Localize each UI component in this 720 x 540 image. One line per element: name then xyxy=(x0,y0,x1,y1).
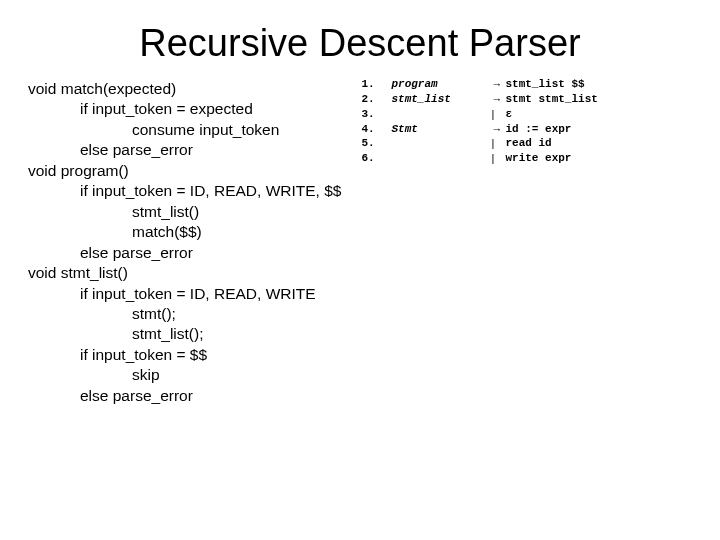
page-title: Recursive Descent Parser xyxy=(28,22,692,65)
arrow-icon: → xyxy=(491,122,505,137)
stmtlist-call1: stmt(); xyxy=(28,304,341,324)
stmtlist-call2: stmt_list(); xyxy=(28,324,341,344)
arrow-icon: → xyxy=(491,77,505,92)
grammar-table: 1. program → stmt_list $$ 2. stmt_list →… xyxy=(361,77,597,166)
pseudocode-block: void match(expected) if input_token = ex… xyxy=(28,79,341,406)
stmtlist-skip: skip xyxy=(28,365,341,385)
grammar-num: 4. xyxy=(361,122,391,137)
match-consume: consume input_token xyxy=(28,120,341,140)
grammar-row: 5. | read id xyxy=(361,136,597,151)
grammar-num: 5. xyxy=(361,136,391,151)
grammar-head: program xyxy=(391,77,491,92)
grammar-num: 2. xyxy=(361,92,391,107)
grammar-num: 1. xyxy=(361,77,391,92)
grammar-num: 3. xyxy=(361,107,391,122)
grammar-head xyxy=(391,107,491,122)
grammar-head xyxy=(391,136,491,151)
grammar-body: read id xyxy=(505,136,597,151)
grammar-row: 1. program → stmt_list $$ xyxy=(361,77,597,92)
program-if: if input_token = ID, READ, WRITE, $$ xyxy=(28,181,341,201)
grammar-row: 2. stmt_list → stmt stmt_list xyxy=(361,92,597,107)
arrow-icon: → xyxy=(491,92,505,107)
stmtlist-else: else parse_error xyxy=(28,386,341,406)
grammar-row: 4. Stmt → id := expr xyxy=(361,122,597,137)
grammar-num: 6. xyxy=(361,151,391,166)
program-else: else parse_error xyxy=(28,243,341,263)
grammar-block: 1. program → stmt_list $$ 2. stmt_list →… xyxy=(361,77,597,166)
stmtlist-sig: void stmt_list() xyxy=(28,263,341,283)
match-if: if input_token = expected xyxy=(28,99,341,119)
grammar-body: stmt stmt_list xyxy=(505,92,597,107)
match-sig: void match(expected) xyxy=(28,79,341,99)
grammar-head: stmt_list xyxy=(391,92,491,107)
pipe-icon: | xyxy=(491,136,505,151)
grammar-row: 6. | write expr xyxy=(361,151,597,166)
program-sig: void program() xyxy=(28,161,341,181)
pipe-icon: | xyxy=(491,107,505,122)
grammar-head xyxy=(391,151,491,166)
content-row: void match(expected) if input_token = ex… xyxy=(28,79,692,406)
match-else: else parse_error xyxy=(28,140,341,160)
program-call1: stmt_list() xyxy=(28,202,341,222)
grammar-body: write expr xyxy=(505,151,597,166)
stmtlist-if: if input_token = ID, READ, WRITE xyxy=(28,284,341,304)
pipe-icon: | xyxy=(491,151,505,166)
grammar-body: ε xyxy=(505,107,597,122)
grammar-body: id := expr xyxy=(505,122,597,137)
slide: Recursive Descent Parser void match(expe… xyxy=(0,0,720,540)
grammar-head: Stmt xyxy=(391,122,491,137)
grammar-body: stmt_list $$ xyxy=(505,77,597,92)
stmtlist-if2: if input_token = $$ xyxy=(28,345,341,365)
grammar-row: 3. | ε xyxy=(361,107,597,122)
program-call2: match($$) xyxy=(28,222,341,242)
